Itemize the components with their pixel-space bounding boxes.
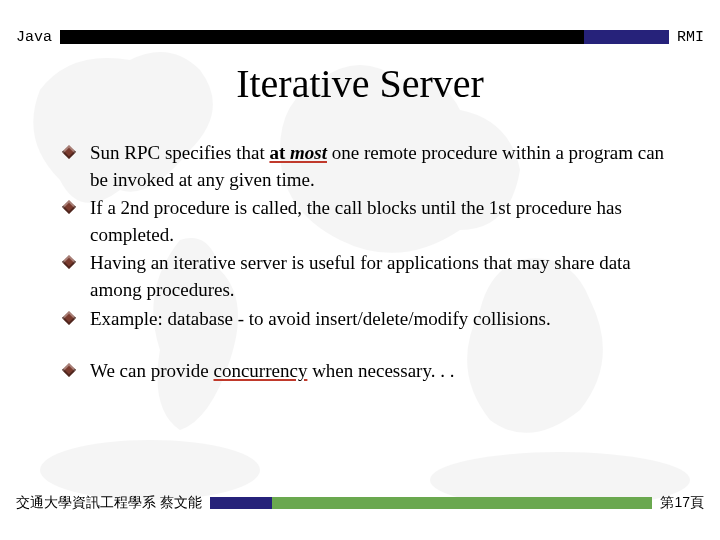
bullet-item: Sun RPC specifies that at most one remot… [60, 140, 670, 193]
bullet-item: Having an iterative server is useful for… [60, 250, 670, 303]
bullet-item: Example: database - to avoid insert/dele… [60, 306, 670, 333]
footer-page-number: 第17頁 [652, 494, 704, 512]
slide-body: Sun RPC specifies that at most one remot… [60, 140, 670, 387]
spacer [60, 334, 670, 358]
header-right-label: RMI [669, 29, 704, 46]
bullet-text: when necessary. . . [307, 360, 454, 381]
footer-left-label: 交通大學資訊工程學系 蔡文能 [16, 494, 210, 512]
bullet-group-2: We can provide concurrency when necessar… [60, 358, 670, 385]
bullet-group-1: Sun RPC specifies that at most one remot… [60, 140, 670, 332]
header-divider [60, 30, 669, 44]
bullet-emph: at [269, 142, 290, 163]
bullet-item: If a 2nd procedure is called, the call b… [60, 195, 670, 248]
bullet-item: We can provide concurrency when necessar… [60, 358, 670, 385]
header-bar: Java RMI [16, 28, 704, 46]
bullet-text: Sun RPC specifies that [90, 142, 269, 163]
header-left-label: Java [16, 29, 60, 46]
bullet-text: If a 2nd procedure is called, the call b… [90, 197, 622, 245]
bullet-text: We can provide [90, 360, 214, 381]
bullet-text: Example: database - to avoid insert/dele… [90, 308, 551, 329]
footer-bar: 交通大學資訊工程學系 蔡文能 第17頁 [16, 494, 704, 512]
bullet-emph: concurrency [214, 360, 308, 381]
bullet-text: Having an iterative server is useful for… [90, 252, 631, 300]
footer-divider [210, 497, 653, 509]
slide-title: Iterative Server [0, 60, 720, 107]
bullet-emph: most [290, 142, 327, 163]
svg-point-0 [40, 440, 260, 500]
